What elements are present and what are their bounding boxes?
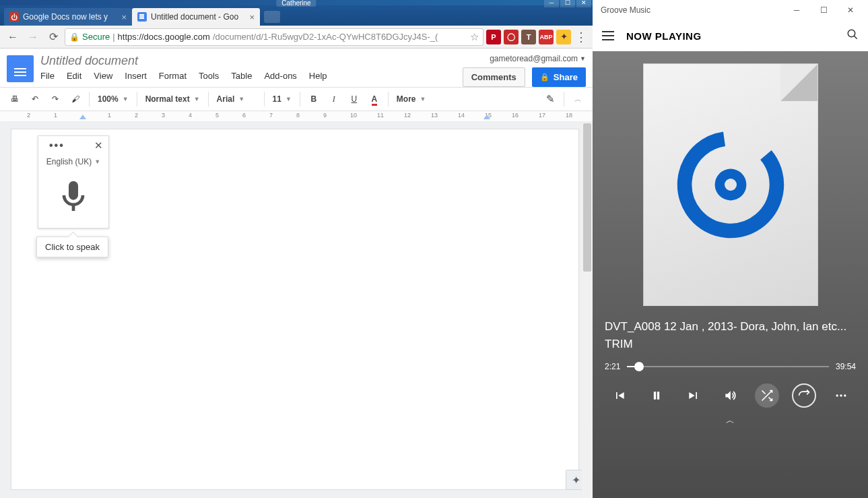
- voice-tooltip: Click to speak: [36, 237, 108, 257]
- indent-marker-left[interactable]: [79, 115, 86, 119]
- docs-logo-icon[interactable]: [7, 55, 34, 82]
- url-path: /document/d/1-Ru5wgvD2-1xAc-QYwHC8T6DGJc…: [213, 32, 438, 42]
- browser-tab-0[interactable]: ⏻ Google Docs now lets y ×: [4, 8, 132, 26]
- search-icon[interactable]: [846, 28, 859, 44]
- browser-close[interactable]: ✕: [576, 0, 591, 7]
- window-maximize[interactable]: ☐: [810, 1, 837, 20]
- user-email[interactable]: gametoread@gmail.com▼: [490, 54, 586, 63]
- google-docs-app: Untitled document File Edit View Insert …: [0, 49, 593, 498]
- comments-button[interactable]: Comments: [463, 67, 525, 87]
- redo-button[interactable]: ↷: [46, 90, 65, 108]
- vertical-scrollbar[interactable]: [582, 122, 593, 498]
- browser-profile[interactable]: Catherine: [276, 0, 316, 7]
- voice-language-select[interactable]: English (UK)▼: [38, 155, 108, 170]
- bold-button[interactable]: B: [304, 90, 323, 108]
- track-info: DVT_A008 12 Jan , 2013- Dora, John, Ian …: [593, 313, 868, 355]
- editing-mode-button[interactable]: ✎: [541, 90, 560, 108]
- pinterest-ext-icon[interactable]: P: [486, 30, 501, 44]
- more-button[interactable]: [829, 383, 853, 408]
- menu-table[interactable]: Table: [231, 71, 252, 81]
- app-title: Groove Music: [601, 5, 650, 15]
- browser-minimize[interactable]: ─: [544, 0, 559, 7]
- svg-point-5: [836, 394, 838, 396]
- docs-icon: [137, 12, 147, 22]
- menu-help[interactable]: Help: [309, 71, 327, 81]
- document-title[interactable]: Untitled document: [40, 53, 463, 71]
- font-select[interactable]: Arial▼: [213, 94, 260, 104]
- abp-ext-icon[interactable]: ABP: [539, 30, 554, 44]
- reload-button[interactable]: ⟳: [44, 28, 62, 46]
- close-icon[interactable]: ✕: [94, 139, 103, 152]
- tab-title: Google Docs now lets y: [23, 12, 108, 22]
- style-select[interactable]: Normal text▼: [141, 94, 204, 104]
- extension-icon[interactable]: ◯: [504, 30, 519, 44]
- print-button[interactable]: 🖶: [5, 90, 24, 108]
- menu-addons[interactable]: Add-ons: [264, 71, 296, 81]
- menu-insert[interactable]: Insert: [125, 71, 147, 81]
- secure-label: Secure: [82, 32, 110, 42]
- lock-icon: 🔒: [69, 32, 79, 42]
- svg-point-4: [725, 179, 737, 191]
- docs-header: Untitled document File Edit View Insert …: [0, 49, 593, 87]
- progress-row: 2:21 39:54: [593, 355, 868, 378]
- browser-tab-1[interactable]: Untitled document - Goo ×: [132, 8, 260, 26]
- now-playing-title: NOW PLAYING: [626, 30, 702, 42]
- underline-button[interactable]: U: [345, 90, 364, 108]
- close-icon[interactable]: ×: [249, 12, 255, 22]
- extension-t-icon[interactable]: T: [521, 30, 536, 44]
- fontsize-select[interactable]: 11▼: [269, 94, 296, 104]
- share-button[interactable]: 🔒Share: [532, 67, 586, 87]
- hamburger-icon[interactable]: [602, 31, 614, 40]
- extension-jd-icon[interactable]: ✦: [556, 30, 571, 44]
- svg-line-1: [854, 36, 857, 39]
- browser-titlebar: Catherine ─ ☐ ✕: [0, 0, 593, 5]
- window-close[interactable]: ✕: [837, 1, 864, 20]
- ruler[interactable]: 21 12 34 56 78 910 1112 1314 1516 1718: [0, 111, 593, 122]
- groove-titlebar: Groove Music ─ ☐ ✕: [593, 0, 868, 20]
- text-color-button[interactable]: A: [365, 90, 384, 108]
- menu-bar: File Edit View Insert Format Tools Table…: [40, 71, 463, 85]
- tab-strip: ⏻ Google Docs now lets y × Untitled docu…: [0, 5, 593, 26]
- paint-format-button[interactable]: 🖌: [66, 90, 85, 108]
- voice-typing-panel: ••• ✕ English (UK)▼: [38, 135, 109, 228]
- shuffle-button[interactable]: [755, 383, 779, 408]
- groove-music-window: Groove Music ─ ☐ ✕ NOW PLAYING DVT_A008 …: [593, 0, 868, 498]
- microphone-button[interactable]: [38, 170, 108, 228]
- star-icon[interactable]: ☆: [470, 31, 479, 43]
- forward-button[interactable]: →: [24, 28, 42, 46]
- omnibox[interactable]: 🔒 Secure | https://docs.google.com/docum…: [65, 28, 483, 46]
- italic-button[interactable]: I: [325, 90, 343, 108]
- undo-button[interactable]: ↶: [26, 90, 44, 108]
- new-tab-button[interactable]: [264, 11, 280, 23]
- menu-view[interactable]: View: [94, 71, 112, 81]
- chrome-window: Catherine ─ ☐ ✕ ⏻ Google Docs now lets y…: [0, 0, 593, 498]
- menu-edit[interactable]: Edit: [67, 71, 81, 81]
- menu-tools[interactable]: Tools: [199, 71, 219, 81]
- svg-point-6: [840, 394, 842, 396]
- menu-file[interactable]: File: [40, 71, 55, 81]
- back-button[interactable]: ←: [4, 28, 22, 46]
- power-icon: ⏻: [9, 12, 19, 22]
- close-icon[interactable]: ×: [121, 12, 127, 22]
- groove-logo-icon: [670, 124, 791, 245]
- url-host: https://docs.google.com: [118, 32, 210, 42]
- menu-format[interactable]: Format: [159, 71, 187, 81]
- more-icon[interactable]: •••: [49, 139, 65, 152]
- time-elapsed: 2:21: [605, 362, 620, 371]
- more-button[interactable]: More▼: [393, 94, 430, 104]
- next-button[interactable]: [681, 383, 706, 408]
- browser-maximize[interactable]: ☐: [560, 0, 575, 7]
- chrome-menu-icon[interactable]: ⋮: [574, 30, 589, 44]
- collapse-toolbar-button[interactable]: ︿: [568, 90, 587, 108]
- indent-marker-right[interactable]: [483, 115, 490, 119]
- previous-button[interactable]: [607, 383, 632, 408]
- seek-bar[interactable]: [627, 366, 829, 367]
- volume-button[interactable]: [718, 383, 742, 408]
- zoom-select[interactable]: 100%▼: [94, 94, 133, 104]
- document-canvas: ••• ✕ English (UK)▼ Click to speak ✦: [0, 122, 593, 498]
- pause-button[interactable]: [644, 383, 669, 408]
- window-minimize[interactable]: ─: [783, 1, 810, 20]
- expand-up-button[interactable]: ︿: [593, 410, 868, 433]
- repeat-button[interactable]: [792, 383, 816, 408]
- seek-knob[interactable]: [634, 362, 644, 371]
